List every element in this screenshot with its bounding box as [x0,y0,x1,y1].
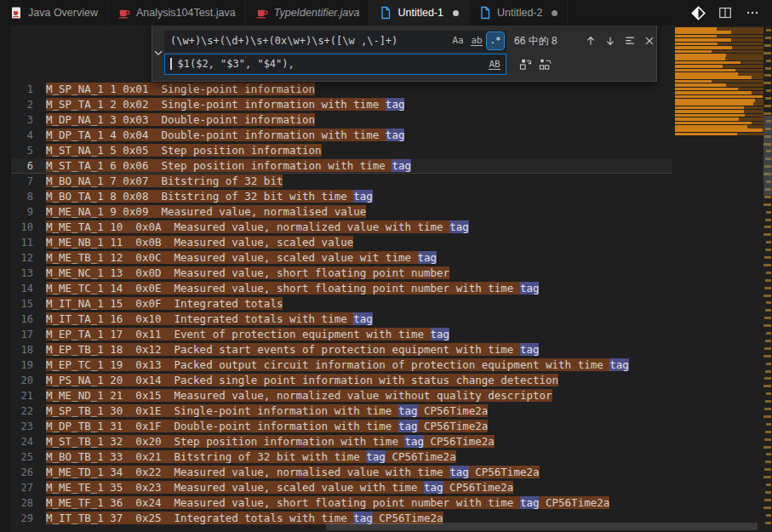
line-number: 8 [11,189,33,204]
minimap[interactable] [675,27,763,138]
overview-ruler[interactable] [763,26,772,532]
tab-analysis104test-java[interactable]: Analysis104Test.java [108,0,246,26]
ruler-match-mark [763,82,771,84]
replace-all-icon[interactable] [535,54,554,73]
split-diamond-icon[interactable] [687,3,709,23]
find-match-highlight: M_SP_TA_1 2 0x02 Single-point informatio… [46,98,404,111]
regex-button[interactable]: .* [487,32,504,49]
selection-highlight: tag [386,98,405,111]
replace-value: $1($2, "$3", "$4"), [172,58,295,70]
minimap-line [675,106,763,110]
tab-untitled-2[interactable]: Untitled-2 [469,0,569,26]
code-line[interactable]: 24M_ST_TB_1 32 0x20 Step position inform… [11,434,672,449]
find-match-highlight: M_ME_TA_1 10 0x0A Measured value, normal… [46,220,469,233]
selection-highlight: tag [418,251,437,264]
minimap-line [675,57,763,60]
ruler-match-mark [765,279,771,282]
line-number: 9 [11,204,33,220]
code-line[interactable]: 25M_BO_TB_1 33 0x21 Bitstring of 32 bit … [11,449,672,465]
minimap-line [675,129,763,132]
code-line[interactable]: 18M_EP_TB_1 18 0x12 Packed start events … [11,342,672,358]
line-number: 6 [11,158,33,173]
match-count: 66 中的 8 [514,34,580,49]
code-line[interactable]: 1M_SP_NA_1 1 0x01 Single-point informati… [11,82,672,97]
toggle-replace-chevron-icon[interactable] [152,29,164,76]
code-line[interactable]: 8M_BO_TA_1 8 0x08 Bitstring of 32 bit wi… [11,189,672,204]
find-in-selection-icon[interactable] [620,31,639,50]
code-line[interactable]: 20M_PS_NA_1 20 0x14 Packed single point … [11,373,672,388]
code-line[interactable]: 19M_EP_TC_1 19 0x13 Packed output circui… [11,358,672,373]
tab-java-overview[interactable]: Java Overview [0,0,108,26]
ruler-match-mark [766,272,771,274]
find-match-highlight: M_EP_TC_1 19 0x13 Packed output circuit … [46,358,629,371]
search-value: (\w+)\s+(\d+)\s+(0x\w+)\s+([\w ,\-]+) [164,35,397,47]
replace-one-icon[interactable] [516,54,535,73]
search-input[interactable]: (\w+)\s+(\d+)\s+(0x\w+)\s+([\w ,\-]+) Aa… [164,31,506,52]
minimap-line [675,122,763,125]
code-line[interactable]: 5M_ST_NA_1 5 0x05 Step position informat… [11,143,672,158]
code-line[interactable]: 22M_SP_TB_1 30 0x1E Single-point informa… [11,403,672,419]
code-line[interactable]: 2M_SP_TA_1 2 0x02 Single-point informati… [11,97,672,112]
find-match-highlight: M_ME_NB_1 11 0x0B Measured value, scaled… [46,236,353,249]
java-file-icon [255,6,269,20]
next-match-icon[interactable] [601,31,620,50]
code-line[interactable]: 12M_ME_TB_1 12 0x0C Measured value, scal… [11,250,672,266]
close-icon[interactable] [640,31,659,50]
selection-highlight: tag [609,358,629,371]
line-number: 26 [11,465,33,480]
ruler-match-mark [763,52,771,54]
editor-pane[interactable]: 1M_SP_NA_1 1 0x01 Single-point informati… [0,26,772,532]
find-match-highlight: M_ST_TB_1 32 0x20 Step position informat… [46,435,495,448]
code-line[interactable]: 7M_BO_NA_1 7 0x07 Bitstring of 32 bit [11,174,672,189]
code-line[interactable]: 26M_ME_TD_1 34 0x22 Measured value, norm… [11,465,672,480]
find-match-highlight: M_IT_TA_1 16 0x10 Integrated totals with… [46,312,373,325]
code-line[interactable]: 4M_DP_TA_1 4 0x04 Double-point informati… [11,128,672,143]
split-editor-icon[interactable] [714,3,736,23]
code-area[interactable]: 1M_SP_NA_1 1 0x01 Single-point informati… [11,82,672,526]
previous-match-icon[interactable] [581,31,600,50]
ruler-match-mark [766,241,771,243]
replace-input[interactable]: $1($2, "$3", "$4"), AB [164,54,506,75]
tab-typeidentifier-java[interactable]: TypeIdentifier.java [246,0,370,26]
preserve-case-button[interactable]: AB [486,56,503,73]
selection-highlight: tag [398,404,418,417]
code-line[interactable]: 3M_DP_NA_1 3 0x03 Double-point informati… [11,112,672,128]
tab-bar-tabs: Java OverviewAnalysis104Test.javaTypeIde… [0,0,568,26]
minimap-line [675,102,763,106]
minimap-line [675,76,763,79]
code-line[interactable]: 13M_ME_NC_1 13 0x0D Measured value, shor… [11,266,672,281]
code-line[interactable]: 15M_IT_NA_1 15 0x0F Integrated totals [11,296,672,312]
ruler-match-mark [763,203,771,206]
code-line[interactable]: 17M_EP_TA_1 17 0x11 Event of protection … [11,327,672,342]
code-line[interactable]: 21M_ME_ND_1 21 0x15 Measured value, norm… [11,388,672,403]
code-line[interactable]: 16M_IT_TA_1 16 0x10 Integrated totals wi… [11,312,672,327]
vscode-window: Java OverviewAnalysis104Test.javaTypeIde… [0,0,772,532]
ruler-match-mark [765,400,771,403]
horizontal-scrollbar-thumb[interactable] [326,523,758,530]
ruler-match-mark [763,506,771,509]
match-case-button[interactable]: Aa [449,32,466,49]
modified-dot-icon[interactable] [453,10,459,16]
code-line[interactable]: 10M_ME_TA_1 10 0x0A Measured value, norm… [11,220,672,235]
more-actions-icon[interactable] [741,3,763,23]
code-line[interactable]: 9M_ME_NA_1 9 0x09 Measured value, normal… [11,204,672,220]
ruler-match-mark [763,415,771,418]
code-line[interactable]: 23M_DP_TB_1 31 0x1F Double-point informa… [11,419,672,434]
line-number: 27 [11,480,33,495]
minimap-line [675,95,763,99]
tab-untitled-1[interactable]: Untitled-1 [369,0,469,26]
code-line[interactable]: 27M_ME_TE_1 35 0x23 Measured value, scal… [11,480,672,495]
find-match-highlight: M_ME_ND_1 21 0x15 Measured value, normal… [46,389,552,402]
code-line[interactable]: 28M_ME_TF_1 36 0x24 Measured value, shor… [11,495,672,511]
find-match-highlight: M_BO_TA_1 8 0x08 Bitstring of 32 bit wit… [46,190,373,203]
code-line[interactable]: 6M_ST_TA_1 6 0x06 Step position informat… [11,158,672,174]
java-file-icon [117,6,131,20]
vertical-scrollbar-thumb[interactable] [763,116,772,196]
whole-word-button[interactable]: ab [468,32,485,49]
code-line[interactable]: 14M_ME_TC_1 14 0x0E Measured value, shor… [11,281,672,296]
code-line[interactable]: 11M_ME_NB_1 11 0x0B Measured value, scal… [11,235,672,250]
line-number: 13 [11,266,33,281]
ruler-match-mark [764,499,771,501]
minimap-line [675,80,763,83]
modified-dot-icon[interactable] [552,10,558,16]
